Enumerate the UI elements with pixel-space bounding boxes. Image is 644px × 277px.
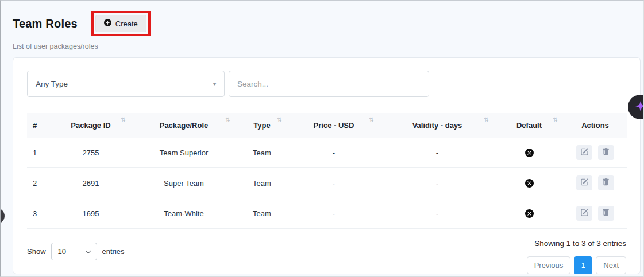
sort-icon[interactable]: ⇅ bbox=[553, 116, 558, 123]
show-label: Show bbox=[27, 247, 46, 256]
pencil-square-icon bbox=[581, 178, 588, 188]
table-header-row: # Package ID⇅ Package/Role⇅ Type⇅ Price … bbox=[27, 113, 627, 138]
actions-cell bbox=[564, 138, 627, 168]
col-header-actions: Actions bbox=[564, 113, 627, 138]
price-cell: - bbox=[288, 168, 380, 198]
page-header: Team Roles Create List of user packages/… bbox=[1, 1, 643, 50]
col-header-type[interactable]: Type⇅ bbox=[236, 113, 288, 138]
edit-button[interactable] bbox=[576, 175, 592, 190]
entries-label: entries bbox=[102, 247, 125, 256]
chevron-down-icon: ▾ bbox=[213, 81, 216, 87]
search-input[interactable] bbox=[229, 71, 429, 97]
delete-button[interactable] bbox=[598, 145, 614, 160]
create-button-label: Create bbox=[115, 19, 138, 28]
next-page-button[interactable]: Next bbox=[596, 256, 626, 274]
previous-page-button[interactable]: Previous bbox=[527, 256, 571, 274]
edit-button[interactable] bbox=[576, 206, 592, 221]
pencil-square-icon bbox=[581, 209, 588, 218]
page-1-button[interactable]: 1 bbox=[574, 256, 592, 274]
col-header-num: # bbox=[27, 113, 50, 138]
chevron-down-icon bbox=[85, 248, 91, 253]
type-filter-select[interactable]: Any Type ▾ bbox=[27, 71, 225, 97]
entries-summary: Showing 1 to 3 of 3 entries bbox=[534, 239, 626, 248]
price-cell: - bbox=[288, 138, 380, 168]
page-subtitle: List of user packages/roles bbox=[13, 42, 643, 50]
pagination: Previous 1 Next bbox=[527, 256, 626, 274]
page-size-group: Show 10 entries bbox=[27, 243, 125, 260]
validity-cell: - bbox=[380, 168, 495, 198]
edit-button[interactable] bbox=[576, 145, 592, 160]
plus-circle-icon bbox=[104, 19, 111, 28]
table-footer: Show 10 entries Showing 1 to 3 of 3 entr… bbox=[27, 238, 626, 274]
app-viewport: Team Roles Create List of user packages/… bbox=[0, 0, 644, 277]
left-edge-fab-button[interactable] bbox=[0, 208, 5, 224]
package-id-cell: 2691 bbox=[50, 168, 132, 198]
validity-cell: - bbox=[380, 198, 495, 229]
roles-table: # Package ID⇅ Package/Role⇅ Type⇅ Price … bbox=[27, 113, 627, 229]
default-cell bbox=[495, 138, 564, 168]
x-circle-icon bbox=[525, 209, 534, 217]
sparkle-icon bbox=[635, 101, 644, 114]
default-cell bbox=[495, 168, 564, 198]
package-role-cell: Team Superior bbox=[132, 138, 236, 168]
package-id-cell: 1695 bbox=[50, 198, 132, 229]
annotation-highlight-box: Create bbox=[91, 11, 151, 36]
filter-row: Any Type ▾ bbox=[27, 71, 626, 97]
sort-icon[interactable]: ⇅ bbox=[277, 116, 282, 123]
actions-cell bbox=[564, 198, 627, 229]
sort-icon[interactable]: ⇅ bbox=[226, 116, 230, 123]
create-button[interactable]: Create bbox=[95, 15, 146, 32]
x-circle-icon bbox=[525, 178, 534, 187]
trash-icon bbox=[602, 148, 610, 157]
trash-icon bbox=[602, 209, 610, 218]
delete-button[interactable] bbox=[598, 175, 614, 190]
price-cell: - bbox=[288, 198, 380, 229]
type-cell: Team bbox=[236, 168, 288, 198]
page-size-select[interactable]: 10 bbox=[51, 243, 97, 260]
row-number: 3 bbox=[27, 198, 50, 229]
content-card: Any Type ▾ # Package ID⇅ Package/Role⇅ T… bbox=[13, 57, 641, 274]
table-row: 3 1695 Team-White Team - - bbox=[27, 198, 627, 229]
x-circle-icon bbox=[525, 148, 534, 157]
type-filter-value: Any Type bbox=[36, 80, 68, 88]
validity-cell: - bbox=[380, 138, 495, 168]
col-header-validity[interactable]: Validity - days⇅ bbox=[380, 113, 495, 138]
page-size-value: 10 bbox=[58, 247, 66, 256]
sort-icon[interactable]: ⇅ bbox=[484, 116, 489, 123]
sort-icon[interactable]: ⇅ bbox=[121, 116, 126, 123]
pencil-square-icon bbox=[581, 148, 588, 157]
actions-cell bbox=[564, 168, 627, 198]
table-row: 1 2755 Team Superior Team - - bbox=[27, 138, 627, 168]
col-header-package-role[interactable]: Package/Role⇅ bbox=[132, 113, 236, 138]
package-role-cell: Super Team bbox=[132, 168, 236, 198]
package-role-cell: Team-White bbox=[132, 198, 236, 229]
row-number: 1 bbox=[27, 138, 50, 168]
sort-icon[interactable]: ⇅ bbox=[369, 116, 374, 123]
package-id-cell: 2755 bbox=[50, 138, 132, 168]
row-number: 2 bbox=[27, 168, 50, 198]
table-row: 2 2691 Super Team Team - - bbox=[27, 168, 627, 198]
col-header-price[interactable]: Price - USD⇅ bbox=[288, 113, 380, 138]
col-header-package-id[interactable]: Package ID⇅ bbox=[50, 113, 132, 138]
page-title: Team Roles bbox=[13, 17, 78, 30]
type-cell: Team bbox=[236, 198, 288, 229]
type-cell: Team bbox=[236, 138, 288, 168]
trash-icon bbox=[602, 178, 610, 188]
col-header-default[interactable]: Default⇅ bbox=[495, 113, 564, 138]
delete-button[interactable] bbox=[598, 206, 614, 221]
default-cell bbox=[495, 198, 564, 229]
